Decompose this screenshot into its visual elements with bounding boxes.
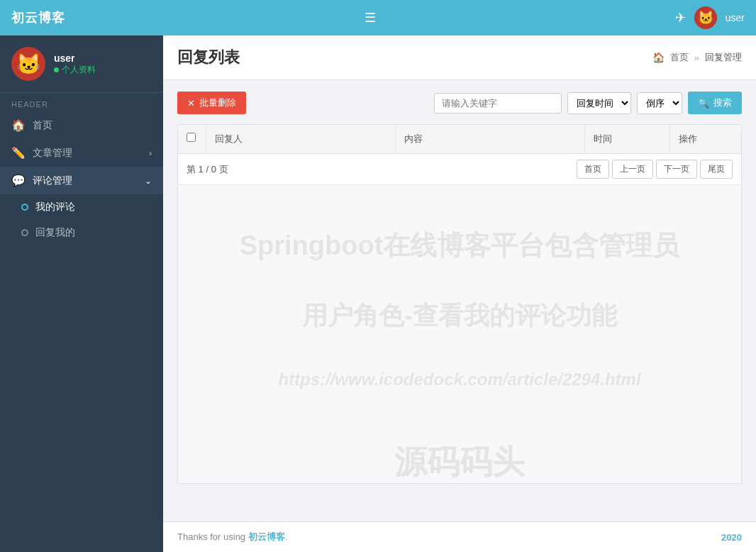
watermark-line2: 用户角色-查看我的评论功能	[302, 299, 617, 333]
delete-icon: ✕	[187, 98, 195, 109]
pagination-prev[interactable]: 上一页	[612, 160, 653, 179]
sidebar-item-my-comment[interactable]: 我的评论	[0, 194, 163, 220]
sidebar-username: user	[54, 53, 96, 64]
watermark-line3: https://www.icodedock.com/article/2294.h…	[278, 370, 640, 390]
toolbar: ✕ 批量删除 回复时间 评论时间 点赞数 倒序 正序 🔍	[177, 92, 742, 114]
sidebar-profile-label: 个人资料	[62, 64, 96, 76]
pagination-last[interactable]: 尾页	[700, 160, 733, 179]
table-container: 回复人 内容 时间 操作 第 1 / 0 页 首页 上一页 下一页 尾页	[177, 124, 742, 484]
breadcrumb-home[interactable]: 首页	[670, 51, 689, 64]
navigation-icon: ✈	[675, 10, 686, 26]
comment-arrow-icon: ⌄	[145, 176, 152, 186]
sidebar-section-label: HEADER	[0, 93, 163, 111]
footer-text-after: .	[285, 531, 288, 542]
table-header: 回复人 内容 时间 操作	[178, 125, 741, 154]
sidebar-home-label: 首页	[33, 119, 152, 132]
footer-link[interactable]: 初云博客	[248, 531, 285, 542]
footer: Thanks for using 初云博客. 2020	[163, 521, 756, 552]
content-header: 回复列表 🏠 首页 » 回复管理	[163, 35, 756, 80]
content-area: 回复列表 🏠 首页 » 回复管理 ✕ 批量删除 回复时间 评	[163, 35, 756, 552]
search-button[interactable]: 🔍 搜索	[688, 92, 742, 114]
pagination-buttons: 首页 上一页 下一页 尾页	[577, 160, 733, 179]
edit-icon: ✏️	[11, 146, 26, 160]
sidebar: 🐱 user 个人资料 HEADER 🏠 首页 ✏️ 文章管理 › 💬	[0, 35, 163, 552]
navbar-right: ✈ 🐱 user	[675, 6, 745, 29]
my-comment-indicator	[21, 204, 28, 211]
order-select[interactable]: 倒序 正序	[637, 92, 682, 114]
table-col-time: 时间	[585, 125, 670, 153]
bulk-delete-label: 批量删除	[199, 96, 236, 109]
sidebar-avatar: 🐱	[11, 47, 45, 81]
pagination-info: 第 1 / 0 页	[187, 163, 228, 176]
comment-icon: 💬	[11, 174, 26, 187]
sidebar-item-article[interactable]: ✏️ 文章管理 ›	[0, 139, 163, 167]
sidebar-user-info: user 个人资料	[54, 53, 96, 76]
footer-text-before: Thanks for using	[177, 531, 248, 542]
brand-title: 初云博客	[11, 9, 65, 26]
reply-me-indicator	[21, 229, 28, 236]
sidebar-user-section: 🐱 user 个人资料	[0, 35, 163, 93]
avatar: 🐱	[694, 6, 717, 29]
main-layout: 🐱 user 个人资料 HEADER 🏠 首页 ✏️ 文章管理 › 💬	[0, 35, 756, 552]
select-all-checkbox[interactable]	[187, 133, 196, 142]
home-icon: 🏠	[11, 118, 26, 132]
my-comment-label: 我的评论	[35, 201, 152, 214]
watermark-line4: 源码码头	[394, 441, 525, 485]
breadcrumb-current: 回复管理	[705, 51, 742, 64]
table-col-content: 内容	[396, 125, 585, 153]
footer-text: Thanks for using 初云博客.	[177, 531, 287, 543]
navbar-left: 初云博客	[11, 9, 65, 26]
footer-year: 2020	[721, 532, 742, 543]
sidebar-item-home[interactable]: 🏠 首页	[0, 111, 163, 139]
reply-me-label: 回复我的	[35, 226, 152, 239]
sidebar-item-reply-me[interactable]: 回复我的	[0, 220, 163, 245]
hamburger-icon[interactable]: ☰	[365, 10, 376, 26]
search-input[interactable]	[434, 93, 562, 114]
sidebar-profile[interactable]: 个人资料	[54, 64, 96, 76]
pagination-row: 第 1 / 0 页 首页 上一页 下一页 尾页	[178, 154, 741, 185]
nav-username: user	[726, 12, 745, 23]
sidebar-article-label: 文章管理	[33, 147, 142, 160]
search-label: 搜索	[713, 96, 732, 109]
profile-dot	[54, 67, 59, 72]
sidebar-comment-label: 评论管理	[33, 175, 138, 187]
page-title: 回复列表	[177, 47, 240, 68]
top-navbar: 初云博客 ☰ ✈ 🐱 user	[0, 0, 756, 35]
sidebar-item-comment[interactable]: 💬 评论管理 ⌄	[0, 167, 163, 194]
watermark-line1: Springboot在线博客平台包含管理员	[240, 228, 680, 264]
breadcrumb-sep: »	[694, 53, 699, 63]
content-main: ✕ 批量删除 回复时间 评论时间 点赞数 倒序 正序 🔍	[163, 80, 756, 521]
pagination-next[interactable]: 下一页	[656, 160, 697, 179]
bulk-delete-button[interactable]: ✕ 批量删除	[177, 92, 246, 114]
table-col-action: 操作	[670, 125, 741, 153]
search-area: 回复时间 评论时间 点赞数 倒序 正序 🔍 搜索	[434, 92, 742, 114]
breadcrumb: 🏠 首页 » 回复管理	[652, 51, 742, 64]
table-col-checkbox	[178, 125, 206, 153]
search-icon: 🔍	[698, 98, 709, 109]
pagination-first[interactable]: 首页	[577, 160, 609, 179]
sort-select[interactable]: 回复时间 评论时间 点赞数	[567, 92, 631, 114]
table-col-replier: 回复人	[206, 125, 396, 153]
article-arrow-icon: ›	[149, 148, 152, 158]
breadcrumb-icon: 🏠	[652, 52, 665, 63]
watermark-area: Springboot在线博客平台包含管理员 用户角色-查看我的评论功能 http…	[178, 185, 741, 483]
